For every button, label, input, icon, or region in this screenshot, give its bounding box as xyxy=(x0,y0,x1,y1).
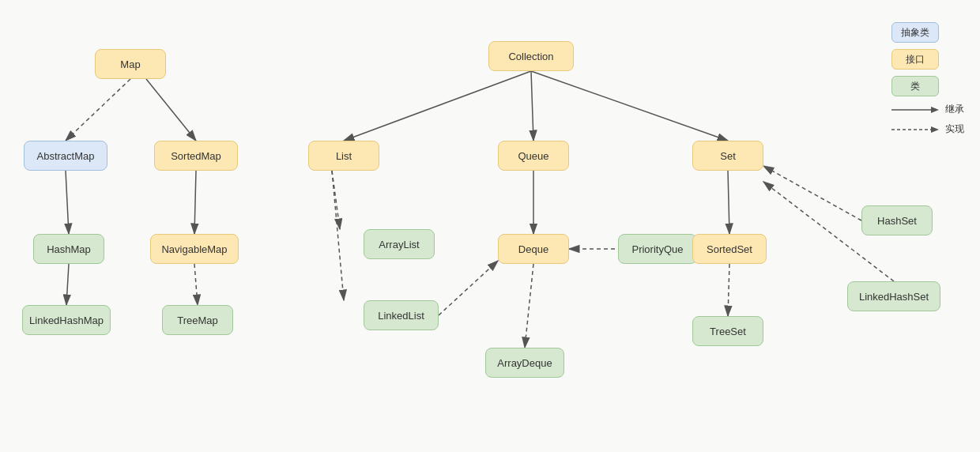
svg-line-18 xyxy=(763,166,861,220)
node-LinkedHashSet: LinkedHashSet xyxy=(847,281,940,311)
diagram-container: Map AbstractMap SortedMap HashMap Naviga… xyxy=(0,0,980,452)
svg-line-9 xyxy=(531,71,533,141)
legend-class-box: 类 xyxy=(891,76,939,96)
node-ArrayList: ArrayList xyxy=(364,229,435,259)
node-SortedSet: SortedSet xyxy=(692,234,767,264)
svg-line-5 xyxy=(194,171,196,234)
svg-line-12 xyxy=(332,171,344,300)
node-TreeSet: TreeSet xyxy=(692,316,763,346)
node-ArrayDeque: ArrayDeque xyxy=(485,348,564,378)
node-TreeMap: TreeMap xyxy=(162,305,233,335)
node-NavigableMap: NavigableMap xyxy=(150,234,239,264)
node-List: List xyxy=(308,141,379,171)
legend-inherit: 继承 xyxy=(891,103,964,116)
legend-inherit-svg xyxy=(891,104,939,116)
svg-line-17 xyxy=(728,171,729,234)
svg-marker-22 xyxy=(931,107,939,113)
node-SortedMap: SortedMap xyxy=(154,141,238,171)
svg-line-2 xyxy=(66,79,130,141)
legend-abstract-box: 抽象类 xyxy=(891,22,939,43)
legend-implement-svg xyxy=(891,123,939,136)
node-Deque: Deque xyxy=(498,234,569,264)
legend-interface: 接口 xyxy=(891,49,964,70)
node-HashSet: HashSet xyxy=(861,205,933,235)
node-Map: Map xyxy=(95,49,166,79)
svg-line-11 xyxy=(332,171,340,229)
legend-interface-box: 接口 xyxy=(891,49,939,70)
svg-line-10 xyxy=(531,71,728,141)
svg-line-3 xyxy=(146,79,196,141)
svg-marker-24 xyxy=(931,126,939,133)
svg-line-15 xyxy=(525,264,533,348)
node-PriorityQue: PriorityQue xyxy=(618,234,697,264)
legend-class: 类 xyxy=(891,76,964,96)
legend: 抽象类 接口 类 继承 实现 xyxy=(891,22,964,136)
node-Queue: Queue xyxy=(498,141,569,171)
node-HashMap: HashMap xyxy=(33,234,104,264)
svg-line-8 xyxy=(344,71,531,141)
svg-line-4 xyxy=(66,171,69,234)
svg-line-7 xyxy=(194,264,198,305)
node-AbstractMap: AbstractMap xyxy=(24,141,107,171)
node-Set: Set xyxy=(692,141,763,171)
svg-line-20 xyxy=(728,264,729,316)
legend-implement: 实现 xyxy=(891,122,964,136)
node-LinkedHashMap: LinkedHashMap xyxy=(22,305,111,335)
node-LinkedList: LinkedList xyxy=(364,300,439,330)
legend-abstract: 抽象类 xyxy=(891,22,964,43)
svg-line-16 xyxy=(439,261,498,315)
node-Collection: Collection xyxy=(488,41,574,71)
svg-line-6 xyxy=(66,264,69,305)
